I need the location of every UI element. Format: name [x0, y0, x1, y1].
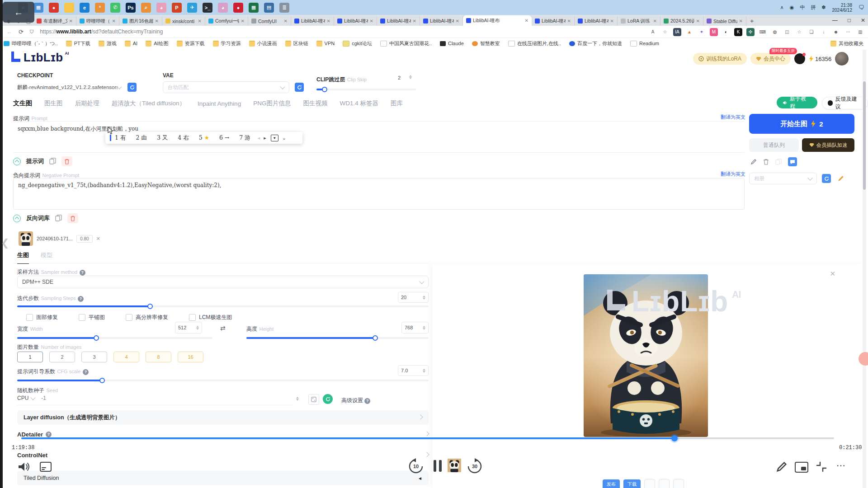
taskbar-app-icon[interactable]: ● [49, 3, 59, 13]
vae-refresh-button[interactable] [295, 83, 304, 92]
send-to-chat-button[interactable] [788, 157, 797, 166]
tray-icon[interactable]: 拼 [811, 4, 816, 11]
collapse-chevron-icon[interactable] [13, 158, 21, 165]
bookmark-item[interactable]: VPN [316, 41, 335, 47]
mode-tab[interactable]: 图生视频 [303, 99, 327, 108]
ime-candidate[interactable]: 1 有 [115, 134, 126, 142]
count-button[interactable]: 2 [49, 352, 75, 362]
extension-icon[interactable]: ◐ [722, 28, 730, 36]
bookmark-item[interactable]: AI绘图 [146, 40, 168, 47]
taskbar-app-icon[interactable]: ● [233, 3, 243, 13]
feature-checkbox[interactable]: 平铺图 [79, 314, 105, 321]
copy-icon[interactable] [49, 158, 56, 165]
volume-icon[interactable] [17, 461, 31, 473]
forward-30-icon[interactable]: 30 [467, 458, 483, 474]
tab-close-icon[interactable]: ✕ [370, 19, 373, 23]
extension-icon[interactable]: ◍ [771, 28, 779, 36]
browser-tab[interactable]: LoRA 训练 ✕ [618, 16, 660, 26]
reuse-seed-button[interactable] [323, 394, 333, 404]
player-preview-thumbnail[interactable] [448, 457, 461, 474]
taskbar-app-icon[interactable]: ◕ [156, 3, 166, 13]
url-text[interactable]: https://www.liblib.art/sd?defaultCheck=m… [40, 28, 163, 35]
tab-close-icon[interactable]: ✕ [456, 19, 459, 23]
vip-queue-button[interactable]: 会员插队加速 [802, 138, 854, 152]
mode-tab[interactable]: 图库 [391, 99, 403, 108]
copy-icon-disabled[interactable] [775, 159, 782, 165]
notes-pencil-icon[interactable] [776, 461, 788, 473]
extension-icon[interactable]: ⌨ [759, 28, 767, 36]
taskbar-app-icon[interactable]: Ps [126, 3, 136, 13]
translate-to-english-link[interactable]: 翻译为英文 [721, 114, 745, 121]
cfg-input[interactable]: 7.0 [398, 365, 429, 376]
feature-checkbox[interactable]: 面部修复 [26, 314, 58, 321]
taskbar-app-icon[interactable]: ▦ [249, 3, 259, 13]
count-button[interactable]: 3 [81, 352, 107, 362]
collapse-chevron-icon[interactable] [13, 215, 21, 222]
seed-device-select[interactable]: CPU [17, 395, 35, 401]
browser-tab[interactable]: xinsk/conti ✕ [162, 16, 205, 26]
count-button[interactable]: 8 [146, 352, 171, 362]
mode-tab[interactable]: Inpaint Anything [198, 100, 241, 107]
seed-value-input[interactable]: -1 [41, 395, 46, 401]
help-icon[interactable]: ? [83, 369, 89, 375]
clear-negative-button[interactable] [67, 213, 78, 223]
browser-tab[interactable]: LiblibAI-哩布 ✕ [532, 16, 575, 26]
taskbar-app-icon[interactable]: ≣ [279, 3, 289, 13]
negative-prompt-textarea[interactable]: ng_deepnegative_v1_75t,(badhandv4:1.2),E… [13, 178, 745, 210]
bookmark-item[interactable]: 在线压缩图片,在线.. [508, 40, 561, 47]
width-input[interactable]: 512 [175, 322, 202, 333]
site-security-icon[interactable]: ⛉ [30, 29, 33, 35]
album-select[interactable]: 相册 [749, 173, 817, 184]
page-scrollbar[interactable] [863, 50, 866, 488]
tab-close-icon[interactable]: ✕ [413, 19, 416, 23]
mode-tab[interactable]: 超清放大（Tiled diffusion） [112, 99, 186, 108]
pip-icon[interactable] [795, 462, 808, 473]
clip-skip-slider[interactable] [316, 89, 416, 90]
member-center-button[interactable]: 会员中心 限时最多五折 [750, 53, 791, 65]
subtitle-panel-icon[interactable] [40, 462, 52, 472]
bookmark-item[interactable]: 区块链 [285, 40, 308, 47]
browser-tab[interactable]: LiblibAI-哩布 ✕ [377, 16, 420, 26]
cfg-stepper[interactable] [423, 369, 425, 373]
seed-stepper[interactable] [296, 397, 299, 401]
ime-next-icon[interactable]: ▸ [264, 135, 266, 141]
clip-skip-slider-knob[interactable] [322, 87, 327, 92]
tray-icon[interactable]: ◉ [790, 5, 794, 10]
browser-tab[interactable]: LiblibAI-哩布 ✕ [291, 16, 334, 26]
extension-icon[interactable]: ☻ [832, 28, 840, 36]
bookmark-item[interactable]: 小说漫画 [249, 40, 277, 47]
extension-icon[interactable]: M [710, 28, 718, 36]
mode-tab[interactable]: 后期处理 [75, 99, 99, 108]
extension-icon[interactable]: IA [673, 28, 681, 36]
tab-close-icon[interactable]: ✕ [241, 19, 245, 23]
panel-collapse-chevron[interactable]: ❮ [1, 237, 9, 249]
count-button[interactable]: 4 [113, 352, 139, 362]
tab-close-icon[interactable]: ✕ [112, 19, 116, 23]
lora-remove-icon[interactable]: ✕ [96, 236, 100, 242]
ime-candidate[interactable]: 7 游 [239, 134, 250, 142]
extension-icon[interactable]: ✣ [746, 28, 755, 36]
extension-icon[interactable]: ⋯ [844, 28, 852, 36]
tab-close-icon[interactable]: ✕ [525, 18, 528, 23]
bookmark-item[interactable]: 哔哩哔哩（´-｀）つ.. [4, 40, 58, 47]
checkpoint-refresh-button[interactable] [127, 83, 137, 92]
translate-to-english-link[interactable]: 翻译为英文 [721, 171, 745, 178]
generate-button[interactable]: 开始生图 2 [749, 114, 854, 134]
tab-close-icon[interactable]: ✕ [69, 19, 73, 23]
copy-icon[interactable] [55, 215, 62, 222]
window-minimize-button[interactable]: — [832, 17, 838, 23]
tray-icon[interactable]: ✽ [821, 5, 826, 10]
browser-tab[interactable]: LiblibAI-哩布 ✕ [334, 16, 377, 26]
close-viewer-icon[interactable]: ✕ [830, 270, 835, 278]
mode-tab[interactable]: 图生图 [44, 99, 63, 108]
taskbar-app-icon[interactable]: ⌕ [141, 3, 151, 13]
bookmark-item[interactable]: 中国风夏古国潮花.. [380, 40, 432, 47]
tab-close-icon[interactable]: ✕ [653, 19, 657, 23]
clip-skip-stepper[interactable] [409, 75, 412, 79]
tab-close-icon[interactable]: ✕ [155, 19, 159, 23]
tray-icon[interactable]: 中 [800, 4, 805, 11]
steps-stepper[interactable] [423, 296, 425, 300]
lora-chip[interactable]: 20240610-171... 0.80 ✕ [19, 231, 100, 246]
bookmark-item[interactable]: 资源下载 [177, 40, 205, 47]
ime-emoji-board-icon[interactable]: ♥ [271, 135, 278, 141]
